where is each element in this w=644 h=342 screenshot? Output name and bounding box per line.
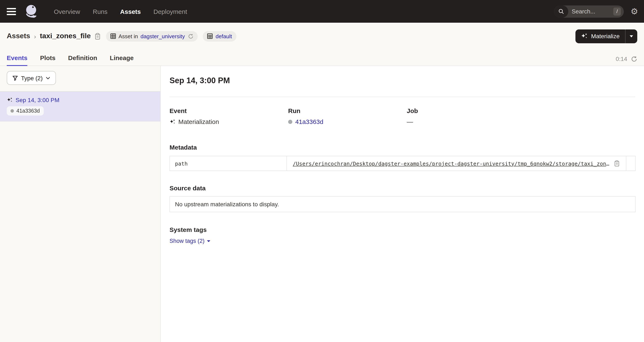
event-detail-panel: Sep 14, 3:00 PM Event Materialization bbox=[161, 66, 644, 342]
source-data-heading: Source data bbox=[170, 184, 635, 191]
clipboard-icon[interactable] bbox=[614, 160, 620, 167]
divider bbox=[170, 97, 635, 97]
run-status-dot bbox=[10, 109, 14, 113]
materialize-button[interactable]: Materialize bbox=[576, 29, 625, 43]
event-list-item-selected[interactable]: Sep 14, 3:00 PM 41a3363d bbox=[0, 92, 160, 121]
materialize-dropdown-button[interactable] bbox=[625, 29, 637, 43]
search-icon bbox=[554, 5, 568, 17]
search-shortcut-key: / bbox=[613, 7, 621, 15]
group-link[interactable]: default bbox=[216, 33, 232, 39]
run-label: Run bbox=[288, 107, 407, 114]
page-title: taxi_zones_file bbox=[40, 32, 91, 40]
metadata-end-cell bbox=[626, 156, 635, 171]
nav-item-deployment[interactable]: Deployment bbox=[154, 8, 187, 15]
asset-tabs: Events Plots Definition Lineage 0:14 bbox=[0, 50, 644, 66]
run-id-badge: 41a3363d bbox=[7, 106, 44, 116]
sparkle-icon bbox=[170, 119, 176, 125]
event-type-value: Materialization bbox=[178, 118, 219, 125]
type-filter-button[interactable]: Type (2) bbox=[7, 71, 56, 85]
event-column: Event Materialization bbox=[170, 107, 288, 125]
nav-item-runs[interactable]: Runs bbox=[93, 8, 108, 15]
asset-header: Assets › taxi_zones_file Asset in dagste… bbox=[0, 23, 644, 50]
asset-group-icon bbox=[207, 33, 213, 39]
run-id-label: 41a3363d bbox=[16, 108, 40, 114]
run-status-dot bbox=[288, 120, 292, 124]
job-empty-value: — bbox=[407, 118, 413, 125]
global-search[interactable]: / bbox=[554, 5, 624, 17]
tab-lineage[interactable]: Lineage bbox=[110, 54, 134, 66]
code-location-link[interactable]: dagster_university bbox=[140, 33, 185, 39]
table-grid-icon bbox=[110, 33, 116, 39]
code-location-pill: Asset in dagster_university bbox=[106, 31, 198, 41]
job-column: Job — bbox=[407, 107, 526, 125]
dagster-logo-icon[interactable] bbox=[24, 3, 40, 19]
clipboard-icon[interactable] bbox=[94, 32, 101, 40]
system-tags-heading: System tags bbox=[170, 226, 635, 233]
metadata-path-link[interactable]: /Users/erincochran/Desktop/dagster-examp… bbox=[293, 160, 610, 167]
job-label: Job bbox=[407, 107, 526, 114]
gear-icon[interactable]: ⚙ bbox=[630, 7, 638, 15]
refresh-icon[interactable] bbox=[631, 56, 637, 62]
sparkle-icon bbox=[7, 97, 12, 103]
run-column: Run 41a3363d bbox=[288, 107, 407, 125]
group-pill: default bbox=[203, 31, 236, 41]
show-tags-toggle[interactable]: Show tags (2) bbox=[170, 238, 210, 244]
content-area: Type (2) Sep 14, 3:00 PM 41a3363d bbox=[0, 66, 644, 342]
breadcrumb-assets[interactable]: Assets bbox=[7, 32, 30, 40]
refresh-countdown: 0:14 bbox=[616, 55, 628, 62]
sparkle-icon bbox=[581, 33, 588, 39]
metadata-section: Metadata path /Users/erincochran/Desktop… bbox=[170, 144, 635, 171]
caret-down-icon bbox=[207, 240, 210, 242]
metadata-value-cell: /Users/erincochran/Desktop/dagster-examp… bbox=[287, 156, 626, 171]
caret-down-icon bbox=[630, 35, 633, 37]
filter-bar: Type (2) bbox=[0, 66, 160, 92]
event-detail-title: Sep 14, 3:00 PM bbox=[170, 76, 635, 85]
nav-item-assets[interactable]: Assets bbox=[120, 8, 141, 15]
refresh-icon[interactable] bbox=[188, 33, 194, 39]
tab-events[interactable]: Events bbox=[7, 54, 27, 66]
metadata-heading: Metadata bbox=[170, 144, 635, 151]
nav-right: / ⚙ bbox=[554, 5, 638, 17]
filter-icon bbox=[12, 75, 18, 81]
chevron-down-icon bbox=[46, 75, 51, 80]
breadcrumb-separator: › bbox=[34, 32, 36, 40]
event-timestamp-link[interactable]: Sep 14, 3:00 PM bbox=[16, 97, 60, 103]
dagster-asset-events-page: Overview Runs Assets Deployment / ⚙ Asse… bbox=[0, 0, 644, 342]
metadata-key-cell: path bbox=[170, 156, 287, 171]
search-input[interactable] bbox=[568, 8, 613, 15]
type-filter-label: Type (2) bbox=[21, 75, 43, 81]
event-label: Event bbox=[170, 107, 288, 114]
event-run-job-row: Event Materialization Run 41a33 bbox=[170, 107, 635, 125]
metadata-table: path /Users/erincochran/Desktop/dagster-… bbox=[170, 156, 636, 171]
events-sidebar: Type (2) Sep 14, 3:00 PM 41a3363d bbox=[0, 66, 161, 342]
primary-nav: Overview Runs Assets Deployment bbox=[54, 8, 187, 15]
top-nav: Overview Runs Assets Deployment / ⚙ bbox=[0, 0, 644, 23]
source-data-empty-state: No upstream materializations to display. bbox=[170, 196, 636, 212]
tab-plots[interactable]: Plots bbox=[40, 54, 55, 66]
materialize-label: Materialize bbox=[591, 33, 620, 39]
tab-definition[interactable]: Definition bbox=[68, 54, 97, 66]
nav-item-overview[interactable]: Overview bbox=[54, 8, 80, 15]
asset-in-label: Asset in bbox=[118, 33, 138, 39]
show-tags-label: Show tags (2) bbox=[170, 238, 205, 244]
system-tags-section: System tags Show tags (2) bbox=[170, 226, 635, 245]
materialize-split-button: Materialize bbox=[576, 29, 637, 43]
source-data-section: Source data No upstream materializations… bbox=[170, 184, 635, 212]
run-id-link[interactable]: 41a3363d bbox=[295, 118, 324, 125]
hamburger-menu-icon[interactable] bbox=[7, 6, 16, 16]
